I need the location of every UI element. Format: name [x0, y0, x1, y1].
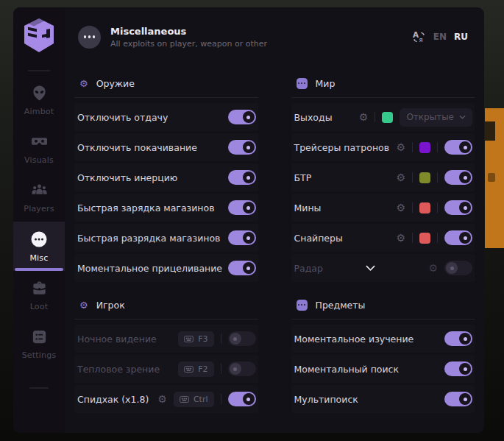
color-swatch[interactable] [419, 202, 430, 214]
toggle-switch[interactable] [444, 361, 472, 376]
bubble-icon [297, 300, 308, 311]
toggle-switch[interactable] [444, 230, 472, 245]
keybind-badge[interactable]: F2 [178, 361, 213, 377]
toggle-switch[interactable] [228, 392, 256, 406]
toggle-switch[interactable] [228, 230, 256, 245]
settings-list-icon [31, 328, 48, 345]
sidebar-item-label: Aimbot [24, 107, 54, 116]
row-label: Радар [294, 263, 323, 274]
expand-chevron-icon[interactable] [366, 265, 375, 271]
background-game-banner [485, 108, 504, 248]
sidebar-item-players[interactable]: Players [13, 173, 65, 222]
keybind-badge[interactable]: Ctrl [174, 392, 214, 407]
gear-icon[interactable]: ⚙ [396, 233, 405, 243]
content-grid: ⚙ Оружие Отключить отдачу Отключить пока… [65, 66, 484, 433]
toggle-switch[interactable] [228, 200, 256, 215]
page-ellipsis-avatar [78, 26, 101, 49]
players-group-icon [31, 182, 48, 199]
sidebar-item-label: Visuals [24, 155, 54, 165]
row-exits: Выходы ⚙ Открытые [291, 103, 475, 131]
row-label: Ночное видение [77, 334, 157, 345]
gear-icon[interactable]: ⚙ [157, 394, 167, 404]
color-swatch[interactable] [419, 172, 430, 183]
row-label: Трейсеры патронов [294, 142, 390, 153]
control-divider [375, 112, 375, 122]
keybind-badge[interactable]: F3 [178, 331, 213, 347]
control-divider [221, 394, 221, 404]
lang-ru-button[interactable]: RU [454, 32, 468, 42]
lang-en-button[interactable]: EN [433, 32, 447, 42]
ellipsis-circle-icon [30, 230, 48, 248]
toggle-switch[interactable] [444, 392, 472, 406]
row-fast-unload: Быстрая разрядка магазинов [74, 224, 258, 252]
sidebar-item-loot[interactable]: Loot [13, 271, 65, 320]
toggle-switch[interactable] [228, 140, 256, 155]
control-divider [437, 172, 438, 183]
gear-icon[interactable]: ⚙ [396, 172, 405, 183]
keyboard-icon [184, 366, 194, 373]
gear-icon[interactable]: ⚙ [359, 112, 369, 122]
section-world: Мир Выходы ⚙ Открытые [291, 72, 475, 282]
color-swatch[interactable] [419, 233, 430, 244]
section-divider [74, 319, 258, 320]
keybind-label: F3 [198, 334, 207, 344]
row-label: Быстрая разрядка магазинов [77, 233, 220, 244]
page-title: Miscellaneous [110, 26, 267, 37]
row-label: Быстрая зарядка магазинов [77, 202, 215, 214]
keybind-label: F2 [198, 364, 207, 374]
cube-logo-icon [22, 17, 56, 54]
left-column: ⚙ Оружие Отключить отдачу Отключить пока… [74, 72, 258, 425]
toggle-switch[interactable] [444, 331, 472, 346]
main-panel: Miscellaneous All exploits on player, we… [65, 7, 484, 433]
toggle-switch[interactable] [228, 110, 256, 124]
toggle-switch[interactable] [444, 170, 472, 185]
row-thermal-vision: Тепловое зрение F2 [74, 355, 258, 383]
language-switcher: A я EN RU [412, 30, 468, 44]
gear-icon: ⚙ [79, 79, 88, 88]
gear-icon[interactable]: ⚙ [396, 142, 405, 152]
color-swatch[interactable] [382, 112, 393, 123]
toggle-switch[interactable] [228, 261, 256, 275]
section-title: Мир [316, 78, 336, 89]
exits-dropdown[interactable]: Открытые [400, 108, 472, 127]
toggle-switch[interactable] [228, 170, 256, 185]
row-speedhack: Спидхак (x1.8) ⚙ Ctrl [74, 385, 258, 413]
row-radar: Радар ⚙ [291, 254, 475, 282]
keybind-label: Ctrl [194, 395, 208, 404]
row-label: Моментальное прицеливание [77, 263, 222, 274]
row-instant-loot: Моментальный поиск [291, 355, 475, 383]
row-label: Тепловое зрение [77, 364, 160, 375]
gear-icon[interactable]: ⚙ [396, 202, 405, 213]
row-label: Отключить отдачу [77, 112, 168, 123]
sidebar-item-aimbot[interactable]: Aimbot [13, 76, 65, 124]
section-title: Оружие [96, 78, 135, 89]
sidebar-bottom-divider [29, 387, 49, 389]
translate-icon: A я [412, 30, 426, 44]
control-divider [437, 202, 438, 213]
page-header: Miscellaneous All exploits on player, we… [65, 7, 484, 66]
row-no-sway: Отключить покачивание [74, 133, 258, 161]
row-night-vision: Ночное видение F3 [74, 325, 258, 353]
keyboard-icon [180, 396, 189, 403]
sidebar-item-label: Misc [29, 253, 48, 263]
section-weapon: ⚙ Оружие Отключить отдачу Отключить пока… [74, 72, 258, 282]
toggle-switch[interactable] [444, 200, 472, 215]
row-label: БТР [294, 172, 312, 183]
cheat-menu-window: Aimbot Visuals Player [13, 7, 484, 433]
row-label: Моментальное изучение [294, 334, 414, 345]
sidebar-item-misc[interactable]: Misc [13, 222, 65, 271]
section-title: Предметы [316, 300, 366, 311]
toggle-switch[interactable] [444, 261, 472, 275]
sidebar-item-label: Settings [22, 350, 57, 360]
color-swatch[interactable] [419, 142, 430, 153]
toggle-switch[interactable] [444, 140, 472, 155]
sidebar-item-visuals[interactable]: Visuals [13, 124, 65, 173]
toggle-switch[interactable] [228, 331, 256, 346]
control-divider [412, 142, 413, 152]
section-items: Предметы Моментальное изучение Моменталь… [291, 294, 475, 413]
sidebar-item-settings[interactable]: Settings [13, 320, 65, 368]
gear-icon[interactable]: ⚙ [428, 263, 438, 273]
right-column: Мир Выходы ⚙ Открытые [291, 72, 475, 425]
toggle-switch[interactable] [228, 361, 256, 376]
vr-goggles-icon [31, 133, 48, 150]
